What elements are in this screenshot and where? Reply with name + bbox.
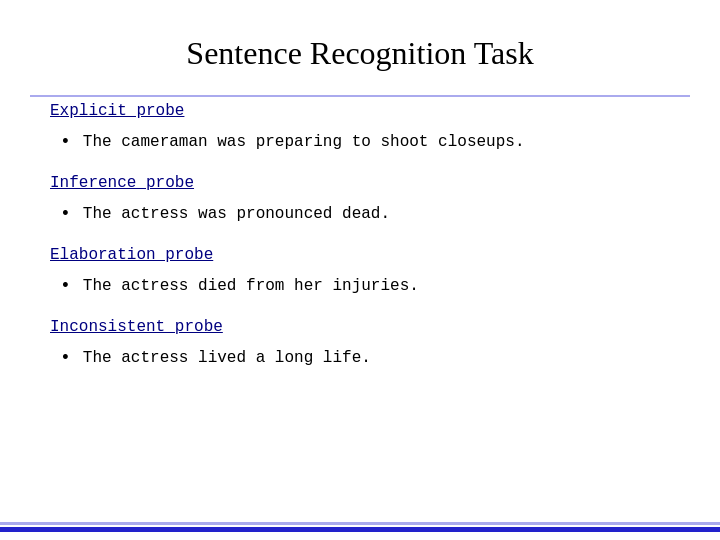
- page-container: Sentence Recognition Task Explicit probe…: [0, 0, 720, 540]
- inference-probe-item: • The actress was pronounced dead.: [60, 202, 670, 226]
- inconsistent-probe-bullet: •: [60, 348, 71, 368]
- bottom-light-border: [0, 522, 720, 525]
- explicit-probe-section: Explicit probe • The cameraman was prepa…: [50, 102, 670, 154]
- page-title: Sentence Recognition Task: [40, 20, 680, 72]
- top-divider: [30, 95, 690, 97]
- elaboration-probe-text: The actress died from her injuries.: [83, 274, 419, 298]
- elaboration-probe-label: Elaboration probe: [50, 246, 670, 264]
- inconsistent-probe-text: The actress lived a long life.: [83, 346, 371, 370]
- inference-probe-section: Inference probe • The actress was pronou…: [50, 174, 670, 226]
- explicit-probe-item: • The cameraman was preparing to shoot c…: [60, 130, 670, 154]
- inconsistent-probe-label: Inconsistent probe: [50, 318, 670, 336]
- explicit-probe-label: Explicit probe: [50, 102, 670, 120]
- elaboration-probe-section: Elaboration probe • The actress died fro…: [50, 246, 670, 298]
- bottom-dark-border: [0, 527, 720, 532]
- inference-probe-label: Inference probe: [50, 174, 670, 192]
- explicit-probe-text: The cameraman was preparing to shoot clo…: [83, 130, 525, 154]
- explicit-probe-bullet: •: [60, 132, 71, 152]
- content-area: Explicit probe • The cameraman was prepa…: [40, 102, 680, 370]
- inference-probe-text: The actress was pronounced dead.: [83, 202, 390, 226]
- inconsistent-probe-section: Inconsistent probe • The actress lived a…: [50, 318, 670, 370]
- elaboration-probe-bullet: •: [60, 276, 71, 296]
- elaboration-probe-item: • The actress died from her injuries.: [60, 274, 670, 298]
- inference-probe-bullet: •: [60, 204, 71, 224]
- inconsistent-probe-item: • The actress lived a long life.: [60, 346, 670, 370]
